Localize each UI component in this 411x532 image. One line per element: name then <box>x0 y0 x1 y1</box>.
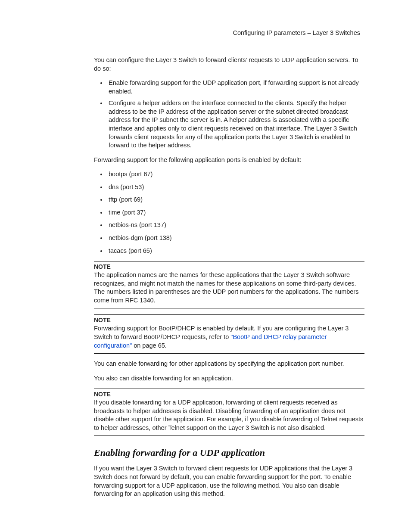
note-text-part: on page 65. <box>132 342 167 349</box>
page: Configuring IP parameters – Layer 3 Swit… <box>0 0 411 532</box>
body-paragraph: You can enable forwarding for other appl… <box>94 360 364 368</box>
body-paragraph: If you want the Layer 3 Switch to forwar… <box>94 464 364 498</box>
ports-list: bootps (port 67) dns (port 53) tftp (por… <box>94 170 364 255</box>
section-heading: Enabling forwarding for a UDP applicatio… <box>94 447 364 458</box>
body-paragraph: You also can disable forwarding for an a… <box>94 374 364 383</box>
list-item: bootps (port 67) <box>107 170 364 179</box>
list-item: tftp (port 69) <box>107 196 364 204</box>
steps-list: Enable forwarding support for the UDP ap… <box>94 79 364 150</box>
list-item: dns (port 53) <box>107 183 364 192</box>
list-item: time (port 37) <box>107 208 364 217</box>
note-block-3: NOTE If you disable forwarding for a UDP… <box>94 389 364 436</box>
intro-paragraph: You can configure the Layer 3 Switch to … <box>94 56 364 73</box>
list-item: netbios-ns (port 137) <box>107 221 364 230</box>
note-text: If you disable forwarding for a UDP appl… <box>94 398 364 432</box>
page-header: Configuring IP parameters – Layer 3 Swit… <box>47 29 364 36</box>
note-label: NOTE <box>94 317 364 324</box>
list-item: tacacs (port 65) <box>107 247 364 255</box>
list-item: netbios-dgm (port 138) <box>107 234 364 243</box>
note-label: NOTE <box>94 263 364 270</box>
list-item: Enable forwarding support for the UDP ap… <box>107 79 364 96</box>
note-block-2: NOTE Forwarding support for BootP/DHCP i… <box>94 314 364 354</box>
ports-intro-paragraph: Forwarding support for the following app… <box>94 156 364 165</box>
list-item: Configure a helper adders on the interfa… <box>107 99 364 149</box>
note-text: Forwarding support for BootP/DHCP is ena… <box>94 324 364 350</box>
note-text: The application names are the names for … <box>94 271 364 305</box>
note-label: NOTE <box>94 391 364 398</box>
content-area: You can configure the Layer 3 Switch to … <box>94 56 364 498</box>
note-block-1: NOTE The application names are the names… <box>94 261 364 308</box>
